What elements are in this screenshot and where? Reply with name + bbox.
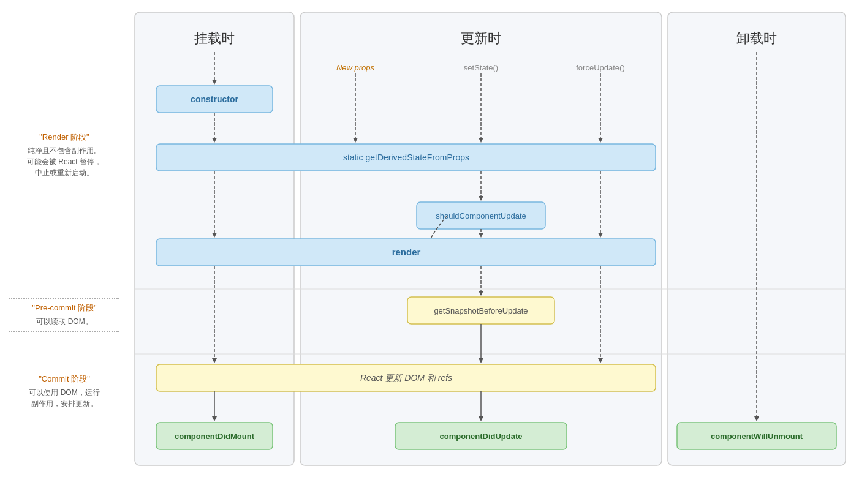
update-header: 更新时 [461,31,501,46]
render-phase-title: "Render 阶段" [9,132,119,143]
render-phase-desc2: 可能会被 React 暂停， [9,156,119,167]
forceupdate-trigger: forceUpdate() [576,63,624,72]
react-update-dom-box: React 更新 DOM 和 refs [360,373,452,383]
dotted-divider-2 [9,331,119,332]
dotted-divider-1 [9,298,119,299]
diagram-area: 挂载时 更新时 卸载时 constructor New props setSta… [129,0,859,504]
should-component-update-box: shouldComponentUpdate [436,211,526,220]
constructor-box: constructor [191,94,238,104]
get-derived-state-box: static getDerivedStateFromProps [343,152,469,162]
commit-phase-title: "Commit 阶段" [9,374,119,385]
component-did-mount-box: componentDidMount [175,432,255,441]
new-props-trigger: New props [336,63,375,72]
commit-phase-desc2: 副作用，安排更新。 [9,398,119,409]
render-box: render [392,247,421,257]
component-did-update-box: componentDidUpdate [439,432,522,441]
component-will-unmount-box: componentWillUnmount [711,432,803,441]
precommit-phase-title: "Pre-commit 阶段" [9,303,119,314]
get-snapshot-box: getSnapshotBeforeUpdate [434,306,528,315]
main-container: "Render 阶段" 纯净且不包含副作用。 可能会被 React 暂停， 中止… [0,0,859,504]
commit-phase-label: "Commit 阶段" 可以使用 DOM，运行 副作用，安排更新。 [0,374,129,409]
commit-phase-desc1: 可以使用 DOM，运行 [9,387,119,398]
unmount-header: 卸载时 [736,31,777,46]
render-phase-desc1: 纯净且不包含副作用。 [9,145,119,156]
mount-header: 挂载时 [194,31,235,46]
setstate-trigger: setState() [464,63,498,72]
render-phase-desc3: 中止或重新启动。 [9,167,119,178]
precommit-phase-label: "Pre-commit 阶段" 可以读取 DOM。 [0,294,129,336]
diagram-svg: 挂载时 更新时 卸载时 constructor New props setSta… [135,12,858,490]
sidebar-labels: "Render 阶段" 纯净且不包含副作用。 可能会被 React 暂停， 中止… [0,0,129,504]
precommit-phase-desc1: 可以读取 DOM。 [9,316,119,327]
render-phase-label: "Render 阶段" 纯净且不包含副作用。 可能会被 React 暂停， 中止… [0,132,129,178]
